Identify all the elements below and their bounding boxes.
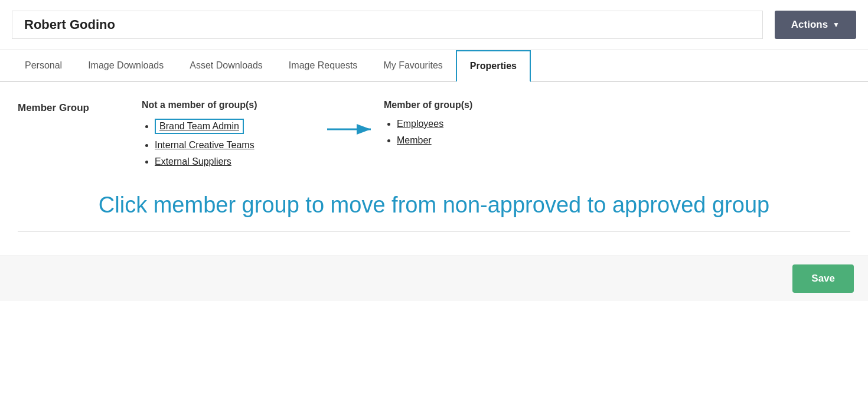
group-item-internal-creative-teams[interactable]: Internal Creative Teams — [155, 140, 319, 151]
tab-image-downloads[interactable]: Image Downloads — [75, 50, 177, 81]
member-column: Member of group(s) Employees Member — [384, 100, 561, 152]
main-content: Member Group Not a member of group(s) Br… — [0, 82, 868, 256]
arrow-container — [319, 100, 384, 141]
member-title: Member of group(s) — [384, 100, 561, 110]
member-group-section: Member Group Not a member of group(s) Br… — [18, 100, 850, 173]
footer-bar: Save — [0, 256, 868, 301]
brand-team-admin-link[interactable]: Brand Team Admin — [155, 119, 244, 134]
page-title: Robert Godino — [12, 11, 763, 39]
not-member-title: Not a member of group(s) — [142, 100, 319, 110]
save-button[interactable]: Save — [792, 264, 854, 293]
tab-properties[interactable]: Properties — [456, 50, 531, 82]
member-list: Employees Member — [384, 119, 561, 146]
tab-personal[interactable]: Personal — [12, 50, 75, 81]
actions-dropdown-arrow: ▼ — [833, 21, 840, 29]
groups-container: Not a member of group(s) Brand Team Admi… — [142, 100, 850, 173]
page-wrapper: Robert Godino Actions ▼ Personal Image D… — [0, 0, 868, 415]
content-divider — [18, 231, 850, 232]
internal-creative-teams-link[interactable]: Internal Creative Teams — [155, 140, 254, 150]
tab-my-favourites[interactable]: My Favourites — [370, 50, 455, 81]
group-item-external-suppliers[interactable]: External Suppliers — [155, 156, 319, 167]
actions-label: Actions — [791, 19, 828, 31]
external-suppliers-link[interactable]: External Suppliers — [155, 156, 231, 166]
employees-link[interactable]: Employees — [397, 119, 443, 129]
member-link[interactable]: Member — [397, 135, 432, 145]
move-arrow-icon — [325, 117, 378, 141]
header-bar: Robert Godino Actions ▼ — [0, 0, 868, 50]
tab-image-requests[interactable]: Image Requests — [276, 50, 371, 81]
nav-tabs: Personal Image Downloads Asset Downloads… — [0, 50, 868, 82]
not-member-column: Not a member of group(s) Brand Team Admi… — [142, 100, 319, 173]
not-member-list: Brand Team Admin Internal Creative Teams… — [142, 119, 319, 167]
instruction-text: Click member group to move from non-appr… — [18, 173, 850, 231]
tab-asset-downloads[interactable]: Asset Downloads — [177, 50, 276, 81]
group-item-employees[interactable]: Employees — [397, 119, 561, 129]
section-label: Member Group — [18, 100, 142, 114]
group-item-member[interactable]: Member — [397, 135, 561, 146]
group-item-brand-team-admin[interactable]: Brand Team Admin — [155, 119, 319, 134]
actions-button[interactable]: Actions ▼ — [775, 11, 856, 39]
